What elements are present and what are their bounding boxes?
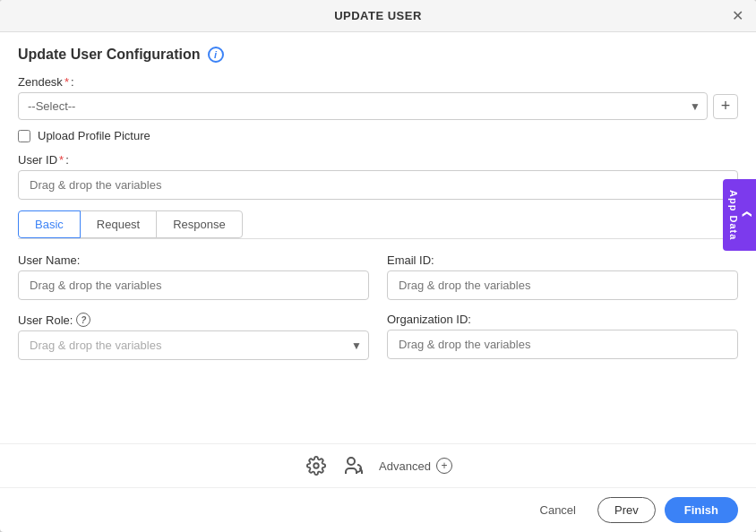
modal-body: Update User Configuration i Zendesk * : … [0, 32, 756, 443]
svg-point-1 [348, 458, 355, 465]
userid-required: * [59, 153, 64, 167]
section-title-text: Update User Configuration [18, 47, 201, 63]
advanced-label: Advanced [379, 459, 431, 473]
email-group: Email ID: [387, 253, 738, 300]
info-icon[interactable]: i [208, 47, 224, 63]
email-label: Email ID: [387, 253, 738, 267]
tab-response[interactable]: Response [156, 210, 243, 238]
username-label: User Name: [18, 253, 369, 267]
orgid-input[interactable] [387, 330, 738, 359]
finish-button[interactable]: Finish [665, 497, 738, 523]
advanced-footer: Advanced + [0, 443, 756, 487]
zendesk-required: * [64, 75, 69, 89]
cancel-button[interactable]: Cancel [528, 497, 588, 523]
tab-basic[interactable]: Basic [18, 210, 81, 238]
userid-label-text: User ID [18, 153, 57, 167]
userrole-label-row: User Role: ? [18, 313, 369, 327]
username-group: User Name: [18, 253, 369, 300]
zendesk-row: --Select-- ▼ + [18, 92, 738, 120]
upload-profile-label: Upload Profile Picture [38, 129, 150, 142]
email-input[interactable] [387, 270, 738, 300]
fields-grid: User Name: Email ID: User Role: ? [18, 253, 738, 360]
userrole-select[interactable]: Drag & drop the variables [18, 330, 369, 360]
userid-input[interactable] [18, 170, 738, 200]
tabs-row: Basic Request Response [18, 210, 738, 239]
user-group-icon[interactable] [341, 453, 366, 478]
upload-profile-checkbox[interactable] [18, 130, 30, 142]
gear-icon[interactable] [304, 453, 329, 478]
orgid-label: Organization ID: [387, 313, 738, 326]
zendesk-select-wrapper: --Select-- ▼ [18, 92, 708, 120]
tab-request[interactable]: Request [80, 210, 157, 238]
modal-title: UPDATE USER [334, 9, 422, 22]
advanced-plus-icon[interactable]: + [436, 458, 452, 474]
advanced-row: Advanced + [379, 458, 452, 474]
app-data-text: App Data [728, 190, 739, 240]
svg-point-0 [314, 463, 319, 468]
app-data-tab[interactable]: ❮ App Data [723, 179, 756, 251]
userid-label-row: User ID * : [18, 153, 738, 167]
userrole-select-wrapper: Drag & drop the variables ▼ [18, 330, 369, 360]
userrole-help-icon[interactable]: ? [76, 313, 90, 327]
app-data-chevron-icon: ❮ [743, 210, 752, 218]
zendesk-select[interactable]: --Select-- [18, 92, 708, 120]
modal-header: UPDATE USER ✕ [0, 0, 756, 32]
zendesk-add-button[interactable]: + [713, 94, 738, 119]
prev-button[interactable]: Prev [597, 497, 656, 523]
userrole-group: User Role: ? Drag & drop the variables ▼ [18, 313, 369, 360]
upload-profile-row: Upload Profile Picture [18, 129, 738, 142]
username-input[interactable] [18, 270, 369, 300]
section-title-row: Update User Configuration i [18, 47, 738, 63]
close-button[interactable]: ✕ [732, 9, 743, 23]
zendesk-label: Zendesk * : [18, 75, 738, 89]
orgid-group: Organization ID: [387, 313, 738, 360]
modal-footer: Cancel Prev Finish [0, 487, 756, 532]
userrole-label-text: User Role: [18, 313, 73, 327]
